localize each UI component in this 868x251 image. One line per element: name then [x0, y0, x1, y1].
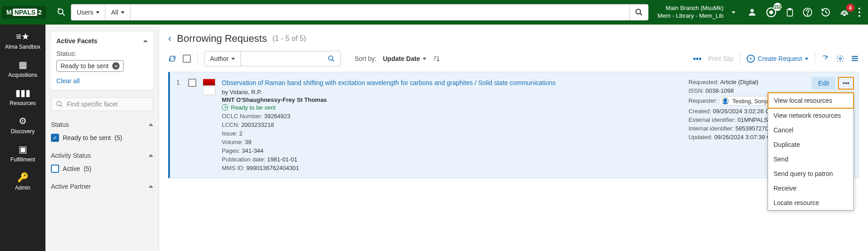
sidenav-item-fulfillment[interactable]: ▣Fulfillment — [0, 139, 45, 167]
svg-rect-26 — [852, 60, 858, 61]
facets-panel: Active Facets Status: Ready to be sent✕ … — [45, 25, 159, 251]
rfid-icon[interactable]: 4 — [839, 7, 850, 17]
menu-item-duplicate[interactable]: Duplicate — [768, 137, 853, 152]
svg-line-1 — [63, 14, 65, 16]
separator — [740, 52, 740, 65]
facet-section-activity[interactable]: Activity Status — [51, 148, 153, 163]
facet-chip[interactable]: Ready to be sent✕ — [56, 60, 124, 72]
svg-rect-24 — [852, 56, 858, 57]
settings-icon[interactable] — [836, 55, 844, 63]
filter-label: Author — [210, 55, 229, 62]
facet-row[interactable]: Active (5) — [51, 163, 153, 179]
kv-row: LCCN: 2003233218 — [222, 121, 682, 128]
result-title-link[interactable]: Observation of Raman band shifting with … — [222, 79, 682, 88]
kv-row: MMS ID: 9990136762404301 — [222, 165, 682, 171]
facet-search-input[interactable]: Find specific facet — [51, 97, 153, 111]
menu-item-view-network[interactable]: View network resources — [768, 108, 853, 123]
filter-select[interactable]: Author — [204, 51, 341, 66]
kv-key: Issue: — [222, 130, 238, 137]
svg-point-13 — [858, 8, 860, 10]
checkbox-checked-icon[interactable]: ✓ — [51, 134, 59, 142]
facet-section-partner[interactable]: Active Partner — [51, 179, 153, 194]
sort-select[interactable]: Update Date — [383, 55, 427, 62]
search-scope-all[interactable]: All — [105, 4, 130, 20]
menu-item-send-query[interactable]: Send query to patron — [768, 166, 853, 181]
kv-key: Publication date: — [222, 156, 265, 163]
section-title: Active Partner — [51, 183, 91, 190]
sidenav-item-resources[interactable]: ▮▮▮Resources — [0, 83, 45, 111]
select-all-checkbox[interactable] — [183, 55, 191, 63]
sidenav-item-sandbox[interactable]: ≡★Alma Sandbox — [0, 26, 45, 55]
sidenav-label: Admin — [15, 185, 30, 191]
sort-value: Update Date — [383, 55, 420, 62]
back-icon[interactable]: ‹ — [168, 33, 171, 45]
facet-section-status[interactable]: Status — [51, 117, 153, 132]
clear-all-link[interactable]: Clear all — [56, 77, 148, 85]
toolbar: Author Sort by: Update Date ••• Print Sl… — [168, 51, 859, 72]
logo-mid: NPALS — [13, 9, 37, 16]
box-icon: ▣ — [2, 144, 44, 155]
search-button[interactable] — [629, 4, 649, 20]
row-checkbox[interactable] — [188, 79, 196, 87]
svg-line-17 — [60, 105, 62, 107]
svg-point-0 — [58, 9, 63, 14]
actions-dropdown: View local resources View network resour… — [768, 92, 854, 211]
caret-icon — [805, 58, 808, 60]
org-info[interactable]: Main Branch (MsuMk) Mem - Library - Mem_… — [658, 5, 727, 20]
menu-item-cancel[interactable]: Cancel — [768, 123, 853, 137]
svg-point-16 — [57, 101, 61, 105]
export-icon[interactable] — [822, 55, 830, 63]
sidenav-label: Alma Sandbox — [5, 44, 40, 50]
kv-row: Volume: 39 — [222, 139, 682, 146]
kv-key: External identifier: — [688, 116, 736, 123]
history-icon[interactable] — [821, 7, 831, 17]
search-icon[interactable] — [328, 55, 335, 62]
kv-key: OCLC Number: — [222, 113, 263, 120]
create-request-button[interactable]: +Create Request — [747, 55, 808, 63]
more-actions-icon[interactable]: ••• — [693, 54, 702, 64]
chevron-up-icon — [149, 185, 153, 188]
sidenav-item-discovery[interactable]: ⚙Discovery — [0, 111, 45, 139]
caret-icon — [121, 11, 125, 14]
result-status: Ready to be sent — [222, 104, 682, 111]
list-view-icon[interactable] — [851, 55, 859, 63]
app-logo[interactable]: MNPALS2 — [2, 6, 46, 19]
active-facets-header[interactable]: Active Facets — [56, 37, 148, 45]
search-input[interactable] — [130, 4, 629, 20]
menu-item-locate[interactable]: Locate resource — [768, 196, 853, 210]
facet-row[interactable]: ✓Ready to be sent (5) — [51, 132, 153, 148]
org-dropdown-icon[interactable] — [732, 11, 735, 14]
menu-item-receive[interactable]: Receive — [768, 181, 853, 196]
refresh-icon[interactable] — [168, 55, 176, 63]
requester-chip[interactable]: 👤Testing, Sonja — [719, 96, 774, 106]
search-scope-users[interactable]: Users — [71, 4, 105, 20]
side-nav: ≡★Alma Sandbox ▦Acquisitions ▮▮▮Resource… — [0, 25, 45, 251]
persistent-search-icon[interactable] — [56, 7, 66, 17]
tasks-icon[interactable]: 152 — [765, 6, 777, 18]
clipboard-icon[interactable] — [785, 7, 794, 17]
kv-key: ISSN: — [688, 87, 704, 94]
separator — [815, 52, 815, 65]
help-icon[interactable] — [803, 7, 813, 17]
svg-point-14 — [858, 11, 860, 13]
kebab-menu-icon[interactable] — [858, 7, 861, 17]
row-actions: Edit ••• — [812, 77, 854, 90]
section-title: Activity Status — [51, 152, 91, 159]
page-range: (1 - 5 of 5) — [272, 35, 306, 43]
satellite-icon: ⚙ — [2, 115, 44, 126]
kv-key: Updated: — [688, 134, 713, 141]
active-facets-card: Active Facets Status: Ready to be sent✕ … — [51, 32, 153, 90]
logo-post: 2 — [38, 9, 42, 16]
chevron-up-icon — [149, 123, 153, 126]
row-more-button[interactable]: ••• — [838, 77, 854, 90]
edit-button[interactable]: Edit — [812, 77, 835, 90]
checkbox-icon[interactable] — [51, 165, 59, 173]
menu-item-view-local[interactable]: View local resources — [768, 92, 854, 109]
sort-direction-icon[interactable] — [433, 55, 440, 62]
remove-chip-icon[interactable]: ✕ — [112, 62, 120, 70]
sidenav-item-acquisitions[interactable]: ▦Acquisitions — [0, 55, 45, 83]
svg-rect-25 — [852, 58, 858, 59]
menu-item-send[interactable]: Send — [768, 152, 853, 166]
sidenav-item-admin[interactable]: 🔑Admin — [0, 167, 45, 196]
user-icon[interactable] — [747, 7, 757, 17]
